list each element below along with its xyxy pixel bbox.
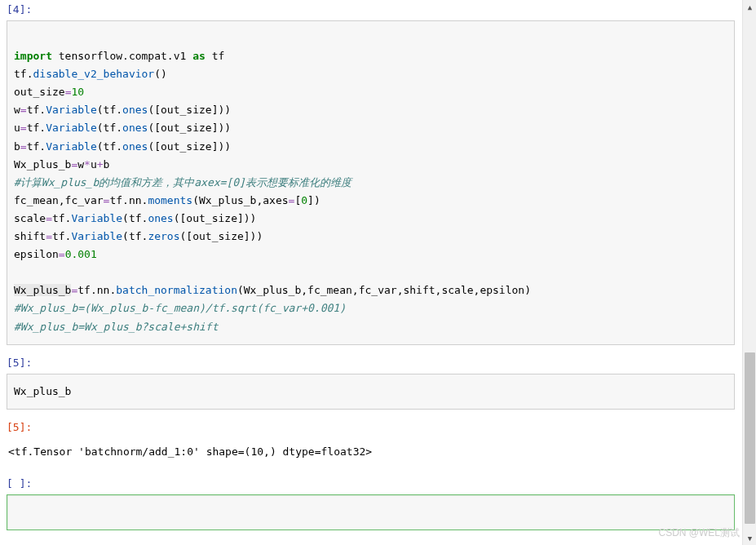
code-token: ([out_size])) (180, 230, 263, 242)
input-prompt: [4]: (7, 0, 735, 20)
code-token: Wx_plus_b (14, 158, 71, 171)
fn-name: moments (148, 194, 192, 206)
code-token: (tf. (97, 140, 122, 153)
op-plus: + (97, 158, 104, 171)
code-token: () (154, 68, 167, 80)
output-prompt: [5]: (7, 418, 735, 438)
comment: #Wx_plus_b=Wx_plus_b?scale+shift (14, 321, 218, 333)
fn-name: ones (148, 212, 173, 224)
fn-name: Variable (46, 122, 97, 134)
op-eq: = (59, 248, 65, 260)
code-token: (tf. (122, 230, 148, 242)
code-token: out_size (14, 86, 65, 98)
code-token: fc_mean,fc_var (14, 194, 104, 206)
op-mul: * (84, 158, 91, 171)
code-token: ([out_size])) (148, 122, 231, 134)
scrollbar-thumb[interactable] (745, 352, 755, 524)
input-prompt: [ ]: (7, 474, 735, 494)
op-eq: = (46, 212, 52, 224)
fn-name: Variable (71, 230, 122, 242)
code-token: epsilon (14, 248, 59, 260)
kw-as: as (192, 50, 206, 62)
fn-name: ones (122, 140, 148, 153)
input-prompt: [5]: (7, 353, 735, 374)
output-cell: [5]: <tf.Tensor 'batchnorm/add_1:0' shap… (7, 418, 735, 466)
fn-name: Variable (46, 140, 97, 153)
code-token: scale (14, 212, 46, 224)
code-token: (Wx_plus_b,axes (192, 194, 288, 206)
code-editor[interactable]: Wx_plus_b (7, 374, 735, 410)
fn-name: ones (122, 122, 148, 134)
code-token: shift (14, 230, 46, 242)
fn-name: Variable (46, 104, 97, 116)
num-literal: 0 (301, 194, 307, 206)
fn-name: zeros (148, 230, 179, 242)
comment: #计算Wx_plus_b的均值和方差，其中axex=[0]表示想要标准化的维度 (14, 176, 351, 188)
code-token: (tf. (97, 104, 122, 116)
code-token: (Wx_plus_b,fc_mean,fc_var,shift,scale,ep… (237, 284, 531, 296)
comment: #Wx_plus_b=(Wx_plus_b-fc_mean)/tf.sqrt(f… (14, 302, 346, 314)
code-cell: [4]: import tensorflow.compat.v1 as tf t… (7, 0, 735, 345)
code-token: Wx_plus_b (14, 284, 71, 296)
code-token: tf. (52, 230, 71, 242)
scroll-down-arrow-icon[interactable]: ▼ (743, 531, 756, 545)
code-line: Wx_plus_b (14, 385, 71, 397)
num-literal: 0.001 (65, 248, 97, 260)
code-token: tf.nn. (109, 194, 148, 206)
code-token: tensorflow.compat.v1 (52, 50, 192, 62)
code-token: ]) (307, 194, 321, 206)
fn-name: disable_v2_behavior (33, 68, 154, 80)
code-token: tf (206, 50, 224, 62)
output-text: <tf.Tensor 'batchnorm/add_1:0' shape=(10… (7, 438, 735, 466)
fn-name: batch_normalization (116, 284, 237, 296)
code-token: tf. (14, 68, 33, 80)
code-token: tf. (27, 140, 46, 153)
scroll-up-arrow-icon[interactable]: ▲ (743, 0, 756, 14)
fn-name: ones (122, 104, 148, 116)
code-token: u (14, 122, 20, 134)
code-token: tf. (52, 212, 71, 224)
code-token: tf. (27, 122, 46, 134)
code-editor[interactable] (7, 494, 735, 530)
kw-import: import (14, 50, 52, 62)
code-token: b (104, 158, 110, 171)
code-token: tf. (27, 104, 46, 116)
op-eq: = (20, 140, 27, 153)
code-token: (tf. (122, 212, 148, 224)
notebook-container[interactable]: [4]: import tensorflow.compat.v1 as tf t… (0, 0, 738, 545)
code-editor[interactable]: import tensorflow.compat.v1 as tf tf.dis… (7, 20, 735, 345)
num-literal: 10 (71, 86, 84, 98)
code-token: u (91, 158, 97, 171)
code-cell-active: [ ]: (7, 474, 735, 530)
scrollbar-track[interactable]: ▲ ▼ (742, 0, 756, 545)
op-eq: = (20, 104, 27, 116)
op-eq: = (46, 230, 52, 242)
code-token: (tf. (97, 122, 122, 134)
code-token: ([out_size])) (174, 212, 257, 224)
code-token: w (14, 104, 20, 116)
fn-name: Variable (71, 212, 122, 224)
code-token: ([out_size])) (148, 140, 231, 153)
code-cell: [5]: Wx_plus_b (7, 353, 735, 410)
code-token: tf.nn. (77, 284, 116, 296)
code-token: b (14, 140, 20, 153)
code-token: w (77, 158, 84, 171)
op-eq: = (20, 122, 27, 134)
code-token: ([out_size])) (148, 104, 231, 116)
